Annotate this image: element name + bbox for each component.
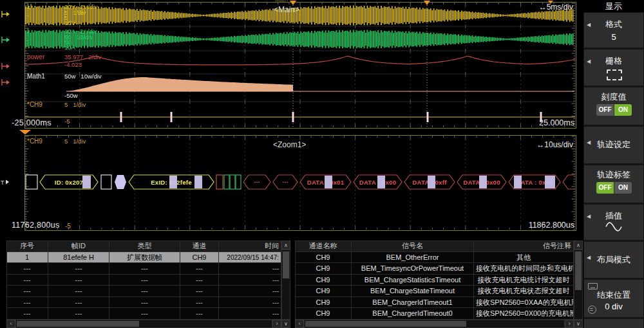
table-cell[interactable]: 接收充电机的时间同步和充电机最大输出	[474, 263, 574, 275]
scroll-left-button[interactable]: ‹	[295, 320, 304, 328]
main-time-right: 25.000ms	[515, 119, 574, 127]
table-cell[interactable]: ---	[48, 297, 109, 309]
toggle-刻度值[interactable]: OFFON	[596, 104, 632, 116]
decode-bit-cursor	[377, 176, 385, 188]
table-cell[interactable]: ---	[109, 275, 180, 286]
table-cell[interactable]: ---	[6, 275, 48, 286]
toggle-segment-on[interactable]: ON	[614, 182, 632, 194]
scroll-down-button[interactable]: ∨	[574, 320, 583, 328]
decode-bit-cursor	[194, 176, 202, 188]
v-scroll-thumb[interactable]	[283, 251, 289, 278]
scroll-down-button[interactable]: ∨	[281, 320, 290, 328]
zoom-trigger-marker: T	[1, 179, 9, 186]
table-cell[interactable]: ---	[48, 275, 109, 286]
table-cell[interactable]: 接收SPN2560=0X00的充电机辨识报	[474, 308, 574, 320]
sidebar-panel-布局模式[interactable]: ◀布局模式	[584, 242, 643, 278]
zoom-cursor-marker	[290, 1, 296, 5]
table-cell[interactable]: 1	[6, 252, 48, 264]
endpos-label: 结束位置	[584, 289, 643, 301]
table-cell[interactable]: ---	[6, 286, 48, 297]
sidebar-panel-格式[interactable]: ◀格式5	[584, 13, 643, 48]
scroll-left-button[interactable]: ‹	[6, 320, 15, 328]
table-cell[interactable]: 接收充电机充电统计报文超时	[474, 275, 574, 286]
table-cell[interactable]: CH9	[295, 252, 352, 264]
sidebar-panel-轨迹标签[interactable]: 轨迹标签OFFON	[584, 165, 643, 203]
table-cell[interactable]: BEM_TimesyncOrPowerTimeout	[352, 263, 474, 275]
jog-knob-icon	[588, 305, 596, 314]
sidebar-panel-插值[interactable]: ◀插值	[584, 205, 643, 240]
table-cell[interactable]: ---	[219, 275, 281, 286]
channel-scale-line: 5 1/div	[64, 102, 86, 108]
table-cell[interactable]: ---	[48, 263, 109, 275]
toggle-segment-on[interactable]: ON	[614, 104, 632, 116]
table-cell[interactable]: ---	[180, 263, 219, 275]
sidebar-panel-刻度值[interactable]: 刻度值OFFON	[584, 87, 643, 125]
decode-bit-cursor	[169, 176, 177, 188]
decode-frame	[216, 175, 223, 189]
sidebar-panel-轨迹设定[interactable]: ◀轨迹设定	[584, 127, 643, 163]
menu-label: 布局模式	[584, 254, 643, 266]
channel-scale-line: -50w	[64, 93, 78, 99]
v-scroll-thumb[interactable]	[575, 251, 582, 290]
column-header: 序号	[6, 241, 48, 252]
scroll-up-button[interactable]: ∧	[574, 241, 583, 250]
toggle-轨迹标签[interactable]: OFFON	[596, 182, 632, 194]
decode-frame	[26, 175, 37, 189]
table-cell[interactable]: CH9	[295, 297, 352, 309]
sidebar-panel-结束位置[interactable]: 结束位置0 div	[584, 280, 643, 317]
scroll-right-button[interactable]: ›	[272, 320, 281, 328]
sidebar-panel-栅格[interactable]: ◀栅格	[584, 50, 643, 86]
column-header: 时间	[219, 241, 281, 252]
scroll-up-button[interactable]: ∧	[281, 241, 290, 250]
table-cell[interactable]: CH9	[295, 308, 352, 320]
table-cell[interactable]: ---	[109, 263, 180, 275]
table-cell[interactable]: 扩展数据帧	[109, 252, 180, 264]
table-cell[interactable]: 接收SPN2560=0XAA的充电机辨识报	[474, 297, 574, 309]
table-cell[interactable]: ---	[6, 263, 48, 275]
table-cell[interactable]: BEM_OtherError	[352, 252, 474, 264]
table-cell[interactable]: ---	[6, 308, 48, 320]
table-cell[interactable]: ---	[6, 297, 48, 309]
column-header: 类型	[109, 241, 180, 252]
table-cell[interactable]: BEM_ChargeStatisticsTimeout	[352, 275, 474, 286]
channel-scale-line: -4.023	[64, 62, 82, 68]
table-cell[interactable]: 81efefe H	[48, 252, 109, 264]
table-cell[interactable]: ---	[180, 308, 219, 320]
table-cell[interactable]: BEM_ChargerIdTimeout1	[352, 297, 474, 309]
table-cell[interactable]: BEM_ChargerIdTimeout0	[352, 308, 474, 320]
toggle-segment-off[interactable]: OFF	[596, 182, 614, 194]
toggle-segment-off[interactable]: OFF	[596, 104, 614, 116]
table-cell[interactable]: 其他	[474, 252, 574, 264]
sidebar-panel-blank	[584, 319, 643, 328]
table-cell[interactable]: ---	[109, 308, 180, 320]
table-cell[interactable]: CH9	[295, 286, 352, 297]
table-cell[interactable]: ---	[219, 308, 281, 320]
table-cell[interactable]: ---	[219, 297, 281, 309]
table-cell[interactable]: ---	[180, 286, 219, 297]
table-cell[interactable]: ---	[48, 308, 109, 320]
table-cell[interactable]: CH9	[180, 252, 219, 264]
zoom-lower-value: -5	[65, 223, 71, 230]
menu-value: 5	[584, 32, 643, 42]
table-cell[interactable]: ---	[109, 297, 180, 309]
channel-scale-line: 35.977 2/div	[64, 54, 101, 60]
table-cell[interactable]: ---	[180, 275, 219, 286]
scroll-right-button[interactable]: ›	[565, 320, 574, 328]
table-cell[interactable]: ---	[180, 297, 219, 309]
decode-frame-label: ...	[283, 177, 289, 184]
table-cell[interactable]: 2022/09/15 14:47:	[219, 252, 281, 264]
h-scroll-thumb[interactable]	[17, 321, 139, 327]
table-cell[interactable]: BEM_ChargeStateTimeout	[352, 286, 474, 297]
table-cell[interactable]: CH9	[295, 263, 352, 275]
table-cell[interactable]: 接收充电机充电状态报文超时	[474, 286, 574, 297]
decode-bit-cursor	[82, 176, 91, 188]
table-cell[interactable]: ---	[109, 286, 180, 297]
column-header: 信号注释	[474, 241, 574, 252]
h-scroll-thumb[interactable]	[305, 321, 466, 327]
zoom-scale-label: 5 1/div	[64, 138, 86, 145]
table-cell[interactable]: CH9	[295, 275, 352, 286]
table-cell[interactable]: ---	[219, 263, 281, 275]
table-cell[interactable]: ---	[48, 286, 109, 297]
table-cell[interactable]: ---	[219, 286, 281, 297]
svg-text:T: T	[1, 179, 5, 186]
